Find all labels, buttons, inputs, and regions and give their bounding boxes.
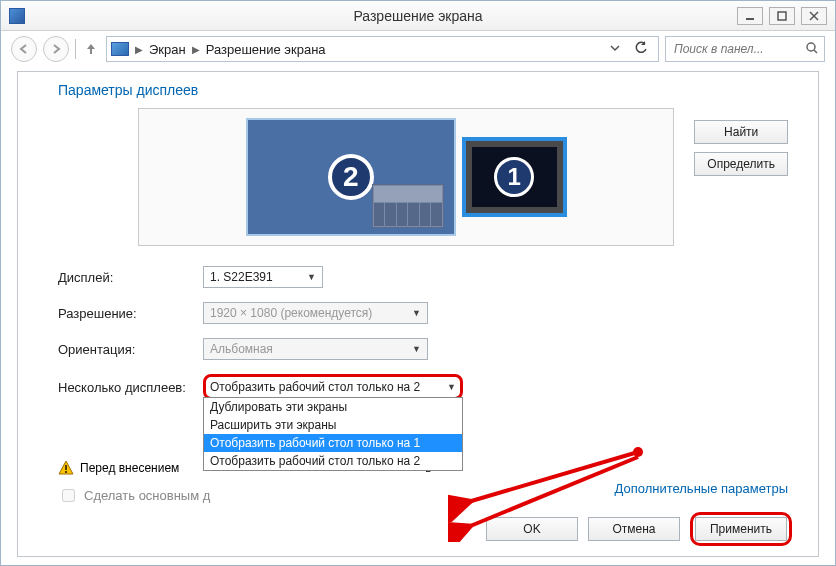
svg-rect-7: [65, 471, 67, 473]
content-panel: Параметры дисплеев 2: [17, 71, 819, 557]
close-icon: [809, 11, 819, 21]
minimize-icon: [745, 11, 755, 21]
search-input[interactable]: [672, 41, 802, 57]
multi-display-label: Несколько дисплеев:: [58, 380, 203, 395]
svg-rect-6: [65, 465, 67, 470]
calendar-flyout-icon: [372, 184, 444, 228]
identify-button[interactable]: Определить: [694, 152, 788, 176]
orientation-label: Ориентация:: [58, 342, 203, 357]
arrow-up-icon: [85, 42, 97, 56]
orientation-row: Ориентация: Альбомная ▼: [58, 338, 788, 360]
multi-display-value: Отобразить рабочий стол только на 2: [210, 380, 420, 394]
chevron-down-icon: [610, 43, 620, 53]
address-dropdown-button[interactable]: [606, 42, 624, 56]
page-heading: Параметры дисплеев: [58, 82, 788, 98]
search-box[interactable]: [665, 36, 825, 62]
find-button[interactable]: Найти: [694, 120, 788, 144]
arrow-right-icon: [50, 43, 62, 55]
display-row: Дисплей: 1. S22E391 ▼: [58, 266, 788, 288]
apply-highlight: Применить: [690, 512, 792, 546]
search-icon[interactable]: [806, 42, 818, 57]
monitor-1[interactable]: 1: [462, 137, 567, 217]
address-bar[interactable]: ▶ Экран ▶ Разрешение экрана: [106, 36, 659, 62]
nav-separator: [75, 39, 76, 59]
chevron-down-icon: ▼: [447, 382, 456, 392]
chevron-right-icon: ▶: [135, 44, 143, 55]
resolution-value: 1920 × 1080 (рекомендуется): [210, 306, 372, 320]
window-title: Разрешение экрана: [1, 8, 835, 24]
breadcrumb-root[interactable]: Экран: [149, 42, 186, 57]
monitor-1-number: 1: [494, 157, 534, 197]
monitor-preview[interactable]: 2 1: [138, 108, 674, 246]
orientation-value: Альбомная: [210, 342, 273, 356]
maximize-icon: [777, 11, 787, 21]
monitor-2[interactable]: 2: [246, 118, 456, 236]
chevron-down-icon: ▼: [307, 272, 316, 282]
ok-button[interactable]: OK: [486, 517, 578, 541]
multi-option-show-only-1[interactable]: Отобразить рабочий стол только на 1: [204, 434, 462, 452]
preview-buttons: Найти Определить: [694, 120, 788, 176]
cancel-button[interactable]: Отмена: [588, 517, 680, 541]
resolution-dropdown[interactable]: 1920 × 1080 (рекомендуется) ▼: [203, 302, 428, 324]
multi-display-dropdown[interactable]: Отобразить рабочий стол только на 2 ▼ Ду…: [203, 374, 463, 400]
resolution-label: Разрешение:: [58, 306, 203, 321]
refresh-icon: [634, 41, 648, 55]
resolution-row: Разрешение: 1920 × 1080 (рекомендуется) …: [58, 302, 788, 324]
display-label: Дисплей:: [58, 270, 203, 285]
arrow-left-icon: [18, 43, 30, 55]
close-button[interactable]: [801, 7, 827, 25]
display-dropdown[interactable]: 1. S22E391 ▼: [203, 266, 323, 288]
app-icon: [9, 8, 25, 24]
orientation-dropdown[interactable]: Альбомная ▼: [203, 338, 428, 360]
svg-point-4: [807, 43, 815, 51]
warning-icon: [58, 460, 74, 476]
breadcrumb-current[interactable]: Разрешение экрана: [206, 42, 326, 57]
footer-buttons: OK Отмена Применить: [486, 512, 792, 546]
navbar: ▶ Экран ▶ Разрешение экрана: [1, 31, 835, 67]
svg-line-5: [814, 50, 817, 53]
svg-rect-1: [778, 12, 786, 20]
multi-display-options: Дублировать эти экраны Расширить эти экр…: [203, 397, 463, 471]
chevron-down-icon: ▼: [412, 308, 421, 318]
multi-option-duplicate[interactable]: Дублировать эти экраны: [204, 398, 462, 416]
nav-back-button[interactable]: [11, 36, 37, 62]
advanced-settings-link[interactable]: Дополнительные параметры: [614, 481, 788, 496]
window-root: Разрешение экрана ▶ Экран: [0, 0, 836, 566]
display-panel-icon: [111, 42, 129, 56]
apply-button[interactable]: Применить: [695, 517, 787, 541]
titlebar: Разрешение экрана: [1, 1, 835, 31]
maximize-button[interactable]: [769, 7, 795, 25]
monitor-1-screen: 1: [466, 141, 563, 213]
form-area: Дисплей: 1. S22E391 ▼ Разрешение: 1920 ×…: [58, 266, 788, 505]
nav-up-button[interactable]: [82, 36, 100, 62]
display-value: 1. S22E391: [210, 270, 273, 284]
refresh-button[interactable]: [628, 41, 654, 58]
chevron-down-icon: ▼: [412, 344, 421, 354]
window-controls: [737, 7, 827, 25]
preview-row: 2 1 Найти: [58, 108, 788, 246]
content-wrap: Параметры дисплеев 2: [1, 67, 835, 565]
nav-forward-button[interactable]: [43, 36, 69, 62]
warning-text-prefix: Перед внесением: [80, 461, 179, 475]
multi-option-show-only-2[interactable]: Отобразить рабочий стол только на 2: [204, 452, 462, 470]
multi-option-extend[interactable]: Расширить эти экраны: [204, 416, 462, 434]
chevron-right-icon: ▶: [192, 44, 200, 55]
minimize-button[interactable]: [737, 7, 763, 25]
multi-display-row: Несколько дисплеев: Отобразить рабочий с…: [58, 374, 788, 400]
make-primary-label: Сделать основным д: [84, 488, 210, 503]
make-primary-checkbox[interactable]: [62, 489, 75, 502]
monitor-2-number: 2: [328, 154, 374, 200]
